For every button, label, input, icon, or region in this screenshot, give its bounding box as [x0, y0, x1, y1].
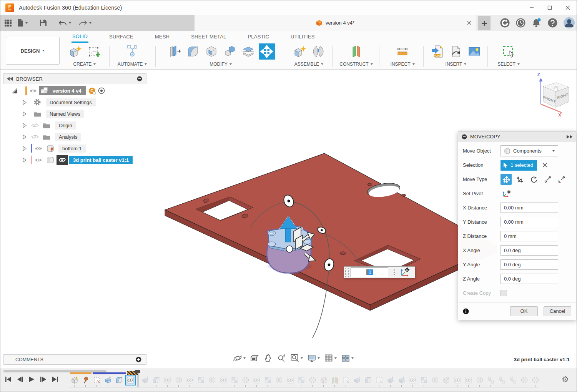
- timeline-item-fillet[interactable]: [364, 375, 373, 385]
- tab-plastic[interactable]: PLASTIC: [247, 31, 270, 43]
- expander-open-icon[interactable]: [12, 88, 17, 93]
- expander-icon[interactable]: [23, 123, 27, 128]
- timeline-item-joint[interactable]: [241, 375, 250, 385]
- timeline-item-link[interactable]: [185, 375, 195, 385]
- browser-row-analysis[interactable]: Analysis: [3, 132, 146, 142]
- tab-solid[interactable]: SOLID: [72, 31, 88, 43]
- timeline-item-link[interactable]: [126, 375, 135, 385]
- info-icon[interactable]: [463, 308, 469, 314]
- timeline-item-link[interactable]: [219, 375, 228, 385]
- new-body-button[interactable]: [67, 43, 83, 60]
- browser-row-bottom[interactable]: bottom:1: [3, 143, 146, 153]
- browser-row-document-settings[interactable]: Document Settings: [3, 97, 146, 107]
- joint-button[interactable]: [310, 43, 326, 60]
- user-avatar[interactable]: [563, 17, 575, 29]
- visibility-eye-icon[interactable]: [29, 88, 37, 93]
- move-type-point-to-position-button[interactable]: [556, 174, 567, 185]
- in-context-badge[interactable]: C: [89, 88, 95, 94]
- press-pull-button[interactable]: [166, 43, 183, 60]
- save-button[interactable]: [40, 19, 47, 27]
- timeline-item-sketch[interactable]: [92, 375, 101, 385]
- tab-utilities[interactable]: UTILITIES: [290, 31, 315, 43]
- more-options-icon[interactable]: [394, 269, 395, 275]
- expander-icon[interactable]: [23, 100, 27, 105]
- browser-item-label[interactable]: Document Settings: [46, 98, 96, 106]
- document-tab-close-icon[interactable]: [467, 21, 471, 25]
- select-button[interactable]: [501, 43, 517, 60]
- browser-item-label[interactable]: Named Views: [46, 110, 84, 118]
- automate-group-label[interactable]: AUTOMATE: [118, 61, 143, 67]
- timeline-group-orange[interactable]: [70, 372, 91, 374]
- create-sketch-button[interactable]: [86, 43, 102, 60]
- dialog-expand-icon[interactable]: [567, 135, 572, 139]
- dialog-header[interactable]: MOVE/COPY: [458, 131, 576, 142]
- timeline-position-marker-handle[interactable]: [135, 370, 140, 373]
- y-distance-input[interactable]: 0.00 mm: [501, 217, 558, 227]
- timeline-item-extrude[interactable]: [397, 375, 406, 385]
- timeline-item-joint[interactable]: [274, 375, 284, 385]
- timeline-item-extrude[interactable]: [103, 375, 113, 385]
- construct-plane-button[interactable]: [348, 43, 364, 60]
- look-at-button[interactable]: [248, 354, 261, 363]
- timeline-item-align[interactable]: [263, 375, 273, 385]
- visibility-eye-icon[interactable]: [35, 158, 42, 163]
- display-settings-button[interactable]: [306, 354, 321, 363]
- extensions-icon[interactable]: [500, 18, 510, 28]
- timeline-item-joint[interactable]: [531, 375, 540, 385]
- timeline-item-joint[interactable]: [431, 375, 440, 385]
- split-body-button[interactable]: [240, 43, 256, 60]
- timeline-item-extrude[interactable]: [386, 375, 395, 385]
- timeline-item-component[interactable]: [319, 375, 328, 385]
- modify-group-label[interactable]: MODIFY: [210, 61, 228, 67]
- x-angle-input[interactable]: 0.0 deg: [501, 245, 558, 256]
- timeline-item-link[interactable]: [464, 375, 473, 385]
- assemble-group-label[interactable]: ASSEMBLE: [294, 61, 319, 67]
- move-type-rotate-button[interactable]: [528, 174, 539, 185]
- root-component-chip[interactable]: version 4 v4: [39, 86, 86, 95]
- go-to-start-button[interactable]: [5, 376, 12, 382]
- visibility-eye-icon[interactable]: [35, 146, 42, 151]
- timeline-item-align[interactable]: [419, 375, 429, 385]
- set-pivot-button[interactable]: [501, 188, 512, 199]
- visibility-off-eye-icon[interactable]: [31, 134, 39, 140]
- help-icon[interactable]: [547, 18, 558, 28]
- close-button[interactable]: [559, 0, 577, 15]
- tab-surface[interactable]: SURFACE: [108, 31, 134, 43]
- document-tab[interactable]: version 4 v4*: [195, 15, 476, 31]
- measure-button[interactable]: [394, 43, 411, 60]
- z-distance-input[interactable]: 0 mm: [501, 231, 558, 241]
- job-status-clock-icon[interactable]: [515, 18, 526, 28]
- expander-icon[interactable]: [23, 146, 27, 151]
- move-object-select[interactable]: Components: [501, 145, 558, 156]
- file-menu-button[interactable]: [17, 19, 28, 27]
- timeline-item-joint[interactable]: [520, 375, 529, 385]
- tab-sheet-metal[interactable]: SHEET METAL: [190, 31, 227, 43]
- manipulator-distance-input[interactable]: 0: [351, 267, 388, 277]
- timeline-item-component[interactable]: [70, 375, 79, 385]
- timeline-item-link[interactable]: [252, 375, 261, 385]
- comments-panel[interactable]: COMMENTS: [3, 354, 146, 365]
- step-back-button[interactable]: [17, 376, 23, 382]
- timeline-item-link[interactable]: [453, 375, 462, 385]
- timeline-item-sketch[interactable]: [341, 375, 351, 385]
- combine-button[interactable]: [222, 43, 238, 60]
- insert-derive-button[interactable]: [448, 43, 464, 60]
- browser-minimize-icon[interactable]: [137, 76, 142, 81]
- browser-row-ball-caster[interactable]: 3d print ball caster v1:1: [3, 155, 146, 165]
- grid-settings-button[interactable]: [323, 354, 338, 363]
- timeline-item-ground[interactable]: [509, 375, 518, 385]
- create-copy-checkbox[interactable]: [501, 290, 507, 296]
- new-document-tab-button[interactable]: [478, 16, 491, 30]
- move-type-point-to-point-button[interactable]: [542, 174, 553, 185]
- timeline-item-joint[interactable]: [208, 375, 217, 385]
- viewports-button[interactable]: [339, 354, 355, 363]
- visibility-off-eye-icon[interactable]: [31, 123, 39, 128]
- orbit-button[interactable]: [231, 354, 247, 363]
- collapse-browser-icon[interactable]: [7, 77, 13, 81]
- timeline-item-joint[interactable]: [308, 375, 317, 385]
- insert-group-label[interactable]: INSERT: [446, 61, 462, 67]
- maximize-button[interactable]: [540, 0, 559, 15]
- fillet-button[interactable]: [185, 43, 201, 60]
- ok-button[interactable]: OK: [510, 306, 538, 316]
- select-group-label[interactable]: SELECT: [497, 61, 515, 67]
